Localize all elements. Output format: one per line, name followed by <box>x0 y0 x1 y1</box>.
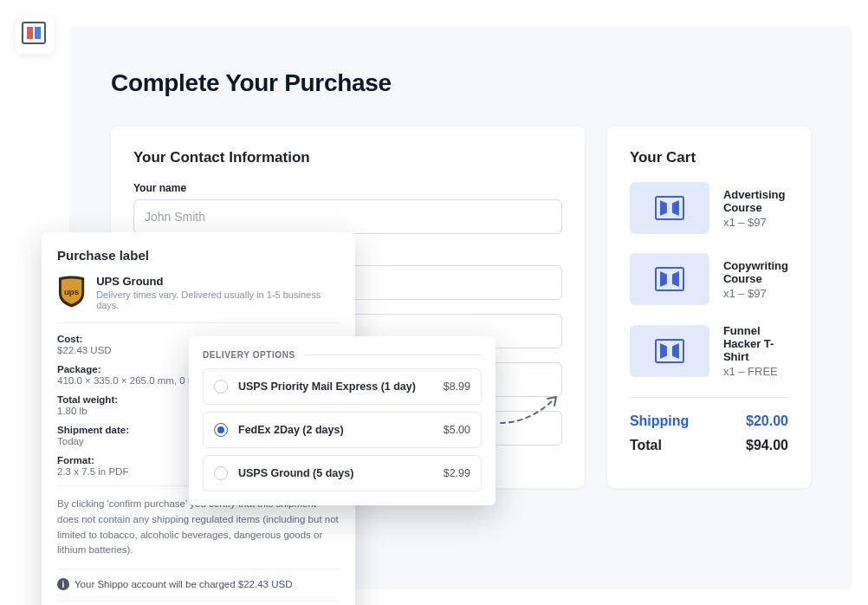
delivery-option-usps-ground[interactable]: USPS Ground (5 days) $2.99 <box>203 455 482 491</box>
charge-note: i Your Shippo account will be charged $2… <box>57 578 340 602</box>
cart-item-sub: x1 – $97 <box>723 216 788 229</box>
carrier-desc: Delivery times vary. Delivered usually i… <box>96 289 340 310</box>
delivery-option-price: $2.99 <box>444 467 470 479</box>
cart-item-name: Advertising Course <box>723 188 788 214</box>
page-title: Complete Your Purchase <box>111 69 811 97</box>
delivery-option-label: USPS Priority Mail Express (1 day) <box>238 381 433 393</box>
cart-thumbnail <box>630 253 709 305</box>
cart-totals: Shipping $20.00 Total $94.00 <box>630 397 788 453</box>
total-row: Total $94.00 <box>630 438 788 453</box>
delivery-option-price: $8.99 <box>444 381 470 393</box>
cart-item-name: Copywriting Course <box>723 259 788 285</box>
delivery-option-label: USPS Ground (5 days) <box>238 467 433 479</box>
funnel-icon <box>655 339 684 363</box>
shipping-row: Shipping $20.00 <box>630 413 788 429</box>
cart-heading: Your Cart <box>630 149 788 166</box>
cart-item: Copywriting Course x1 – $97 <box>630 253 788 305</box>
modal-title: Purchase label <box>57 248 340 263</box>
carrier-row: ups UPS Ground Delivery times vary. Deli… <box>57 275 340 323</box>
charge-note-text: Your Shippo account will be charged $22.… <box>74 579 292 589</box>
funnel-icon <box>655 267 684 291</box>
name-input[interactable] <box>133 199 562 234</box>
info-icon: i <box>57 578 69 590</box>
ups-logo-icon: ups <box>57 275 86 309</box>
cart-item-name: Funnel Hacker T-Shirt <box>723 324 788 363</box>
total-value: $94.00 <box>746 438 788 453</box>
clickfunnels-logo-icon <box>22 22 48 48</box>
delivery-option-fedex-2day[interactable]: FedEx 2Day (2 days) $5.00 <box>203 412 482 448</box>
delivery-options-panel: DELIVERY OPTIONS USPS Priority Mail Expr… <box>189 336 496 505</box>
radio-icon <box>214 466 228 480</box>
cart-item: Advertising Course x1 – $97 <box>630 182 788 234</box>
cart-thumbnail <box>630 182 709 234</box>
cart-item: Funnel Hacker T-Shirt x1 – FREE <box>630 324 788 378</box>
radio-icon <box>214 423 228 437</box>
cart-thumbnail <box>630 325 709 377</box>
delivery-option-price: $5.00 <box>444 424 470 436</box>
delivery-options-heading-text: DELIVERY OPTIONS <box>203 350 295 360</box>
funnel-icon <box>655 196 684 220</box>
delivery-option-label: FedEx 2Day (2 days) <box>238 424 433 436</box>
carrier-name: UPS Ground <box>96 275 340 288</box>
delivery-option-usps-express[interactable]: USPS Priority Mail Express (1 day) $8.99 <box>203 368 482 405</box>
delivery-options-heading: DELIVERY OPTIONS <box>203 350 482 360</box>
cart-item-sub: x1 – FREE <box>723 365 788 378</box>
cart-card: Your Cart Advertising Course x1 – $97 Co… <box>607 127 811 488</box>
contact-heading: Your Contact Information <box>133 149 562 166</box>
arrow-icon <box>499 394 563 428</box>
shipping-value: $20.00 <box>746 413 788 429</box>
total-label: Total <box>630 438 662 453</box>
name-label: Your name <box>133 182 562 194</box>
app-logo-badge <box>16 16 54 54</box>
radio-icon <box>214 380 228 394</box>
shipping-label: Shipping <box>630 413 689 429</box>
svg-text:ups: ups <box>64 287 80 296</box>
cart-item-sub: x1 – $97 <box>723 287 788 300</box>
